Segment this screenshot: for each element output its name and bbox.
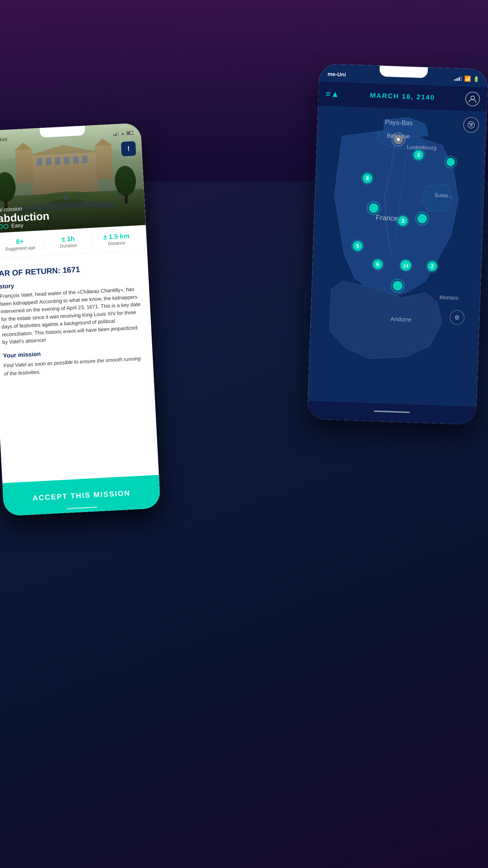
mission-battery-icon [127, 131, 134, 135]
svg-text:3: 3 [417, 152, 420, 158]
svg-text:6: 6 [376, 261, 380, 267]
svg-point-0 [471, 96, 475, 99]
map-date: MARCH 18, 2140 [370, 92, 435, 102]
map-signal-bars [454, 76, 462, 81]
stat-distance: ± 1.5 km Distance [92, 231, 141, 247]
phone-map-inner: me-Uni 📶 🔋 ≡▲ MARCH 18, 2140 [307, 64, 488, 425]
mission-signal-bars [113, 131, 119, 136]
svg-text:⚙: ⚙ [454, 314, 460, 321]
phones-wrapper: me-Uni 📶 🔋 ≡▲ MARCH 18, 2140 [0, 48, 488, 868]
svg-text:3: 3 [401, 218, 404, 224]
m-signal-2 [116, 133, 117, 136]
mission-status-icons: ▲ [113, 130, 134, 136]
svg-text:2: 2 [431, 263, 434, 269]
mission-network-label: rd Biot [0, 136, 7, 143]
story-text: François Vatel, head waiter of the «Chât… [0, 285, 144, 346]
svg-text:14: 14 [403, 263, 409, 269]
pays-bas-label: Pays-Bas [385, 118, 413, 127]
map-battery-icon: 🔋 [473, 76, 480, 82]
info-button[interactable]: ! [121, 141, 136, 156]
stat-duration: ± 1h Duration [44, 234, 93, 249]
svg-text:8: 8 [366, 175, 369, 181]
accept-button-label: ACCEPT THIS MISSION [33, 489, 131, 502]
monaco-label: Monaco [440, 294, 459, 301]
suisse-label: Suiss... [434, 192, 453, 198]
map-status-icons: 📶 🔋 [454, 75, 480, 83]
mission-content: AR OF RETURN: 1671 story François Vatel,… [0, 255, 159, 480]
map-network-label: me-Uni [327, 71, 346, 78]
mission-wifi-icon: ▲ [121, 131, 125, 136]
info-icon: ! [127, 145, 130, 153]
home-bar [67, 507, 97, 509]
m-signal-3 [118, 132, 119, 136]
france-label: France [376, 214, 398, 222]
app-logo: ≡▲ [326, 89, 340, 99]
andorre-label: Andorre [390, 315, 412, 323]
signal-bar-4 [461, 76, 462, 81]
svg-text:5: 5 [356, 243, 359, 249]
profile-button[interactable] [465, 92, 480, 107]
signal-bar-2 [456, 78, 458, 81]
phone-mission-inner: rd Biot ▲ [0, 123, 161, 516]
accept-mission-button[interactable]: ACCEPT THIS MISSION [2, 475, 161, 516]
phone-map: me-Uni 📶 🔋 ≡▲ MARCH 18, 2140 [307, 64, 488, 425]
signal-bar-3 [458, 77, 460, 81]
m-signal-1 [113, 134, 115, 136]
svg-text:Easy: Easy [11, 222, 24, 229]
map-wifi-icon: 📶 [464, 75, 471, 82]
year-of-return: AR OF RETURN: 1671 [0, 261, 141, 278]
signal-bar-1 [454, 79, 455, 81]
stat-age: 8+ Suggested age [0, 237, 44, 252]
map-home-indicator [374, 410, 410, 413]
phone-mission: rd Biot ▲ [0, 123, 161, 516]
map-container: Pays-Bas Belgique Luxembourg France Suis… [308, 106, 487, 407]
